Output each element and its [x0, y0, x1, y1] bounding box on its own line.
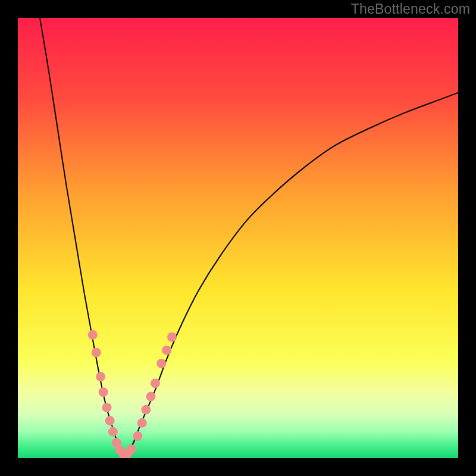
data-marker	[99, 387, 108, 397]
data-marker	[92, 347, 101, 357]
data-marker	[162, 346, 171, 355]
data-marker	[141, 405, 151, 415]
data-marker	[133, 431, 142, 441]
chart-container: TheBottleneck.com	[0, 0, 476, 476]
data-marker	[96, 372, 105, 381]
data-marker	[108, 427, 118, 437]
data-marker	[167, 333, 177, 342]
data-marker	[102, 403, 111, 412]
data-markers	[88, 330, 177, 458]
data-marker	[127, 444, 136, 454]
data-marker	[146, 392, 155, 401]
marker-layer	[18, 18, 458, 458]
data-marker	[88, 330, 98, 340]
watermark-text: TheBottleneck.com	[351, 1, 470, 17]
plot-area	[18, 18, 458, 458]
data-marker	[151, 378, 160, 388]
data-marker	[137, 418, 147, 428]
data-marker	[105, 416, 115, 425]
data-marker	[156, 359, 166, 368]
